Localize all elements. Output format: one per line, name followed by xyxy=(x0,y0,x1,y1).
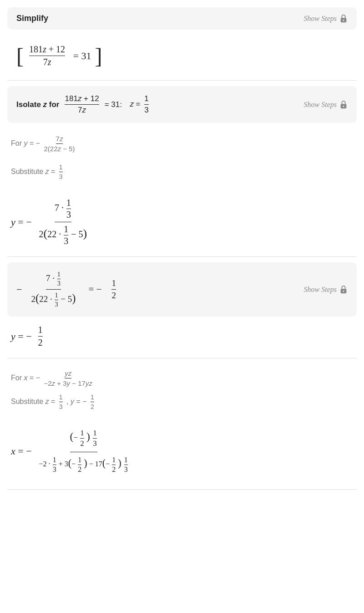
show-steps-formula-2: − 7 · 1 3 2(22 · 1 3 − 5) xyxy=(16,271,118,308)
isolate-eq-31: = 31: xyxy=(105,100,126,109)
for-y-section: For y = − 7z 2(22z − 5) xyxy=(0,129,364,162)
show-steps-label-1: Show Steps xyxy=(304,15,337,23)
lock-icon-1 xyxy=(339,14,348,23)
bracket-equation: [ 181z + 12 7z = 31 ] xyxy=(16,44,348,67)
show-steps-label-2: Show Steps xyxy=(304,101,337,109)
svg-point-3 xyxy=(343,106,344,107)
equation-fraction: 181z + 12 7z xyxy=(27,44,67,67)
main-equation-box: [ 181z + 12 7z = 31 ] xyxy=(7,37,357,75)
x-formula: x = − (− 1 2 ) 1 3 −2 · 1 3 xyxy=(0,424,364,478)
substitute-xz-label: Substitute z = 1 3 , y = − 1 2 xyxy=(11,393,353,410)
simplify-title: Simplify xyxy=(16,14,48,23)
y-formula: y = − 7 · 1 3 2(22 · 1 3 − 5) xyxy=(0,193,364,251)
for-y-label: For y = − 7z 2(22z − 5) xyxy=(11,135,353,153)
isolate-label: Isolate z for xyxy=(16,100,59,109)
substitute-xz-section: Substitute z = 1 3 , y = − 1 2 xyxy=(0,391,364,419)
fraction-numerator: 181z + 12 xyxy=(29,44,65,56)
simplify-header: Simplify Show Steps xyxy=(7,7,357,30)
show-steps-button-2[interactable]: Show Steps xyxy=(304,100,348,109)
show-steps-button-3[interactable]: Show Steps xyxy=(304,285,348,294)
y-result: y = − 1 2 xyxy=(0,320,364,352)
isolate-z-box: Isolate z for 181z + 12 7z = 31: z = 1 3… xyxy=(7,86,357,123)
right-bracket: ] xyxy=(95,45,102,67)
fraction-denominator: 7z xyxy=(43,56,51,67)
show-steps-label-3: Show Steps xyxy=(304,286,337,294)
for-x-label: For x = − yz −2z + 3y − 17yz xyxy=(11,369,353,387)
divider-4 xyxy=(7,489,357,490)
substitute-z-label: Substitute z = 1 3 xyxy=(11,163,353,180)
divider-3 xyxy=(7,358,357,358)
substitute-z-section: Substitute z = 1 3 xyxy=(0,162,364,189)
lock-icon-2 xyxy=(339,100,348,109)
divider-2 xyxy=(7,256,357,257)
svg-point-1 xyxy=(343,20,344,21)
lock-icon-3 xyxy=(339,285,348,294)
divider-1 xyxy=(7,80,357,81)
equals-31: = 31 xyxy=(71,50,91,62)
for-x-section: For x = − yz −2z + 3y − 17yz xyxy=(0,364,364,387)
show-steps-button-1[interactable]: Show Steps xyxy=(304,14,348,23)
isolate-fraction: 181z + 12 7z xyxy=(63,94,101,115)
isolate-content: Isolate z for 181z + 12 7z = 31: z = 1 3 xyxy=(16,94,151,115)
left-bracket: [ xyxy=(16,45,24,67)
svg-point-5 xyxy=(343,291,344,292)
isolate-result: z = 1 3 xyxy=(130,94,150,115)
show-steps-box-2: − 7 · 1 3 2(22 · 1 3 − 5) xyxy=(7,262,357,317)
